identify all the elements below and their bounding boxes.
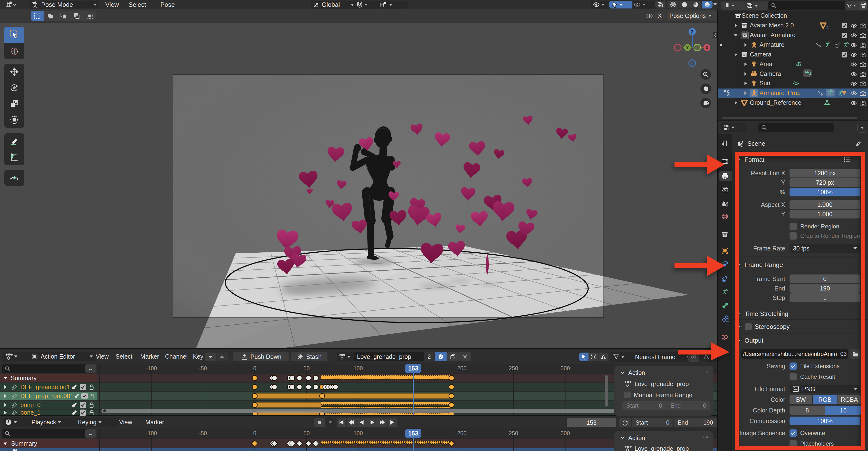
svg-text:Y: Y: [686, 45, 689, 50]
svg-text:0: 0: [253, 430, 256, 436]
svg-text:153: 153: [408, 365, 418, 372]
svg-text:300: 300: [561, 365, 570, 371]
svg-text:-100: -100: [146, 365, 157, 371]
svg-text:153: 153: [408, 430, 418, 437]
svg-text:200: 200: [457, 430, 466, 436]
svg-text:-100: -100: [146, 430, 157, 436]
svg-text:X: X: [706, 45, 708, 50]
svg-text:200: 200: [457, 365, 466, 371]
svg-text:100: 100: [353, 430, 363, 436]
svg-text:100: 100: [353, 365, 363, 371]
svg-text:250: 250: [509, 365, 518, 371]
svg-text:50: 50: [304, 430, 310, 436]
svg-text:-50: -50: [199, 365, 207, 371]
svg-text:0: 0: [253, 365, 256, 371]
svg-text:300: 300: [561, 430, 570, 436]
svg-text:-50: -50: [199, 430, 207, 436]
svg-text:50: 50: [304, 365, 310, 371]
svg-text:250: 250: [509, 430, 518, 436]
svg-text:Z: Z: [691, 30, 693, 34]
